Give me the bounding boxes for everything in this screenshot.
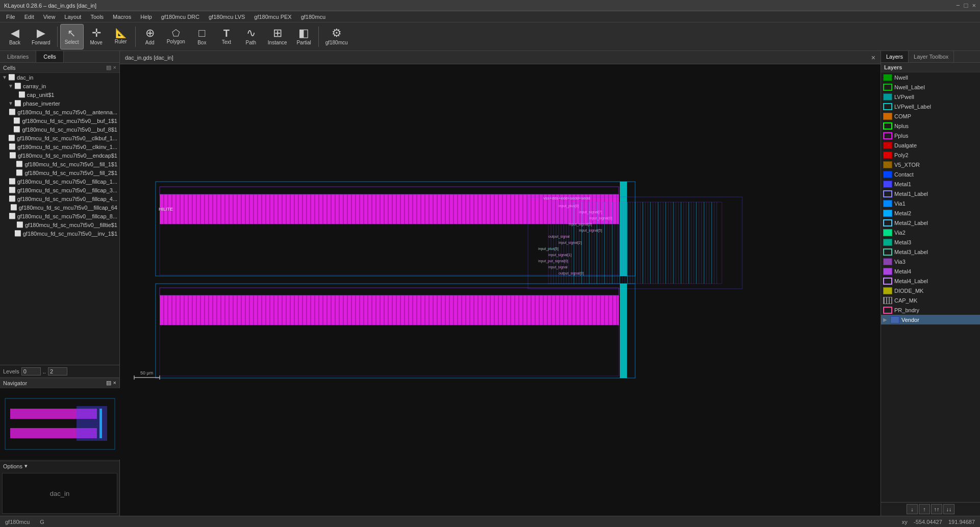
tree-item-carray_in[interactable]: ▼ ⬜ carray_in (0, 82, 119, 90)
tree-item-cell9[interactable]: ⬜ gf180mcu_fd_sc_mcu7t5v0__fillcap_1... (0, 177, 119, 186)
box-button[interactable]: □ Box (190, 24, 214, 49)
layer-bottom-button[interactable]: ↓↓ (943, 504, 954, 514)
layer-item-nwell-label[interactable]: Nwell_Label (881, 82, 980, 92)
layer-item-metal4[interactable]: Metal4 (881, 266, 980, 276)
tree-item-cell2[interactable]: ⬜ gf180mcu_fd_sc_mcu7t5v0__buf_1$1 (0, 116, 119, 125)
gf180mcu-button[interactable]: ⚙ gf180mcu (321, 24, 352, 49)
menu-lvs[interactable]: gf180mcu LVS (205, 13, 249, 21)
layer-item-poly2[interactable]: Poly2 (881, 150, 980, 160)
path-button[interactable]: ∿ Path (239, 24, 263, 49)
menu-file[interactable]: File (2, 13, 19, 21)
layer-swatch-via2 (883, 229, 892, 236)
expand-arrow[interactable]: ▼ (8, 83, 13, 89)
layer-item-via1[interactable]: Via1 (881, 198, 980, 208)
tree-item-cell6[interactable]: ⬜ gf180mcu_fd_sc_mcu7t5v0__endcap$1 (0, 151, 119, 160)
layers-list[interactable]: Nwell Nwell_Label LVPwell LVPwell_Label … (881, 72, 980, 502)
layer-item-v5xtor[interactable]: V5_XTOR (881, 160, 980, 169)
forward-button[interactable]: ▶ Forward (28, 24, 55, 49)
layer-item-cap-mk[interactable]: CAP_MK (881, 295, 980, 305)
layer-item-nplus[interactable]: Nplus (881, 121, 980, 131)
tree-item-cell1[interactable]: ⬜ gf180mcu_fd_sc_mcu7t5v0__antenna... (0, 108, 119, 116)
navigator-canvas[interactable] (0, 388, 120, 460)
layer-up-button[interactable]: ↑ (919, 504, 930, 514)
tree-item-cell10[interactable]: ⬜ gf180mcu_fd_sc_mcu7t5v0__fillcap_3... (0, 186, 119, 194)
layer-item-dualgate[interactable]: Dualgate (881, 140, 980, 150)
layer-top-button[interactable]: ↑↑ (931, 504, 942, 514)
menu-edit[interactable]: Edit (20, 13, 38, 21)
tree-item-dac_in[interactable]: ▼ ⬜ dac_in (0, 73, 119, 82)
layer-item-via2[interactable]: Via2 (881, 228, 980, 237)
tree-item-cell7[interactable]: ⬜ gf180mcu_fd_sc_mcu7t5v0__fill_1$1 (0, 160, 119, 168)
layer-item-metal2[interactable]: Metal2 (881, 208, 980, 218)
levels-to-input[interactable] (48, 367, 67, 375)
layer-item-pplus[interactable]: Pplus (881, 131, 980, 140)
expand-arrow[interactable]: ▼ (2, 74, 7, 80)
tab-layer-toolbox[interactable]: Layer Toolbox (909, 51, 954, 62)
vendor-expand-icon[interactable]: ▶ (883, 317, 887, 322)
circuit-display[interactable]: vss+dds+edd+sedd+sedd input_plus[0] inpu… (120, 64, 881, 516)
layer-item-metal1[interactable]: Metal1 (881, 179, 980, 189)
tree-item-cap_unit1[interactable]: ⬜ cap_unit$1 (0, 90, 119, 99)
tab-cells[interactable]: Cells (36, 51, 63, 62)
minimize-button[interactable]: − (956, 2, 960, 9)
tree-item-cell3[interactable]: ⬜ gf180mcu_fd_sc_mcu7t5v0__buf_8$1 (0, 125, 119, 134)
cells-collapse-icon[interactable]: ▤ (106, 64, 111, 71)
maximize-button[interactable]: □ (964, 2, 968, 9)
layer-item-metal2-label[interactable]: Metal2_Label (881, 218, 980, 228)
layer-item-metal3[interactable]: Metal3 (881, 237, 980, 247)
layer-item-via3[interactable]: Via3 (881, 257, 980, 266)
menu-tools[interactable]: Tools (86, 13, 108, 21)
tree-item-cell13[interactable]: ⬜ gf180mcu_fd_sc_mcu7t5v0__fillcap_8... (0, 212, 119, 220)
menu-layout[interactable]: Layout (60, 13, 85, 21)
tree-item-cell4[interactable]: ⬜ gf180mcu_fd_sc_mcu7t5v0__clkbuf_1... (0, 134, 119, 142)
tab-layers[interactable]: Layers (881, 51, 909, 62)
add-button[interactable]: ⊕ Add (138, 24, 162, 49)
layer-item-diode-mk[interactable]: DIODE_MK (881, 286, 980, 295)
tab-libraries[interactable]: Libraries (0, 51, 36, 62)
layer-item-contact[interactable]: Contact (881, 169, 980, 179)
menu-help[interactable]: Help (136, 13, 156, 21)
tree-item-cell12[interactable]: ⬜ gf180mcu_fd_sc_mcu7t5v0__fillcap_64 (0, 203, 119, 212)
navigator-collapse-icon[interactable]: ▤ (106, 380, 111, 386)
close-button[interactable]: × (972, 2, 976, 9)
menu-view[interactable]: View (39, 13, 60, 21)
levels-from-input[interactable] (21, 367, 41, 375)
cells-close-icon[interactable]: × (113, 64, 116, 71)
partial-button[interactable]: ◧ Partial (292, 24, 316, 49)
navigator-close-icon[interactable]: × (113, 380, 116, 386)
layer-item-nwell[interactable]: Nwell (881, 72, 980, 82)
text-button[interactable]: T Text (215, 24, 238, 49)
select-button[interactable]: ↖ Select (60, 24, 84, 49)
layer-item-pr-bndry[interactable]: PR_bndry (881, 305, 980, 315)
menu-gf180mcu[interactable]: gf180mcu (297, 13, 330, 21)
move-button[interactable]: ✛ Move (85, 24, 108, 49)
cells-panel[interactable]: ▼ ⬜ dac_in ▼ ⬜ carray_in ⬜ cap_unit$1 ▼ … (0, 73, 119, 365)
layer-item-lvpwell-label[interactable]: LVPwell_Label (881, 102, 980, 111)
layer-item-metal3-label[interactable]: Metal3_Label (881, 247, 980, 257)
layer-item-comp[interactable]: COMP (881, 111, 980, 121)
menu-macros[interactable]: Macros (109, 13, 135, 21)
tree-item-phase_inverter[interactable]: ▼ ⬜ phase_inverter (0, 99, 119, 108)
ruler-button[interactable]: 📐 Ruler (109, 24, 133, 49)
tree-item-cell5[interactable]: ⬜ gf180mcu_fd_sc_mcu7t5v0__clkinv_1... (0, 142, 119, 151)
canvas-area[interactable]: dac_in.gds [dac_in] × (120, 51, 881, 516)
window-controls[interactable]: − □ × (956, 2, 976, 9)
expand-arrow[interactable]: ▼ (8, 101, 13, 106)
instance-button[interactable]: ⊞ Instance (264, 24, 291, 49)
layer-item-metal4-label[interactable]: Metal4_Label (881, 276, 980, 286)
tree-item-cell14[interactable]: ⬜ gf180mcu_fd_sc_mcu7t5v0__filltie$1 (0, 220, 119, 229)
tree-item-cell11[interactable]: ⬜ gf180mcu_fd_sc_mcu7t5v0__fillcap_4... (0, 194, 119, 203)
layer-down-button[interactable]: ↓ (907, 504, 918, 514)
expand-arrow (5, 153, 8, 158)
canvas-close-button[interactable]: × (871, 54, 875, 62)
layer-item-metal1-label[interactable]: Metal1_Label (881, 189, 980, 198)
menu-pex[interactable]: gf180mcu PEX (250, 13, 295, 21)
tree-item-cell15[interactable]: ⬜ gf180mcu_fd_sc_mcu7t5v0__inv_1$1 (0, 229, 119, 238)
back-button[interactable]: ◀ Back (3, 24, 27, 49)
navigator-panel: Navigator ▤ × Options ▾ (0, 378, 119, 471)
layer-item-lvpwell[interactable]: LVPwell (881, 92, 980, 102)
tree-item-cell8[interactable]: ⬜ gf180mcu_fd_sc_mcu7t5v0__fill_2$1 (0, 168, 119, 177)
layer-item-vendor[interactable]: ▶ Vendor (881, 315, 980, 324)
polygon-button[interactable]: ⬠ Polygon (163, 24, 189, 49)
menu-drc[interactable]: gf180mcu DRC (157, 13, 204, 21)
